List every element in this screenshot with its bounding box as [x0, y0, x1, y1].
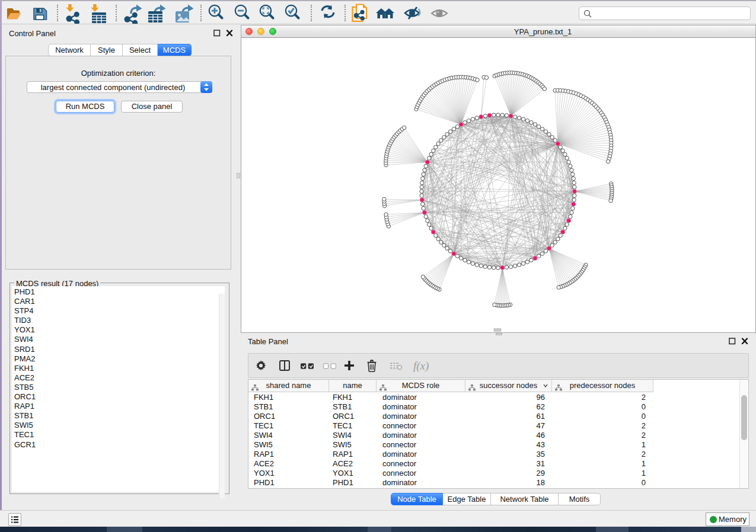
svg-text:f(x): f(x)	[413, 360, 429, 373]
